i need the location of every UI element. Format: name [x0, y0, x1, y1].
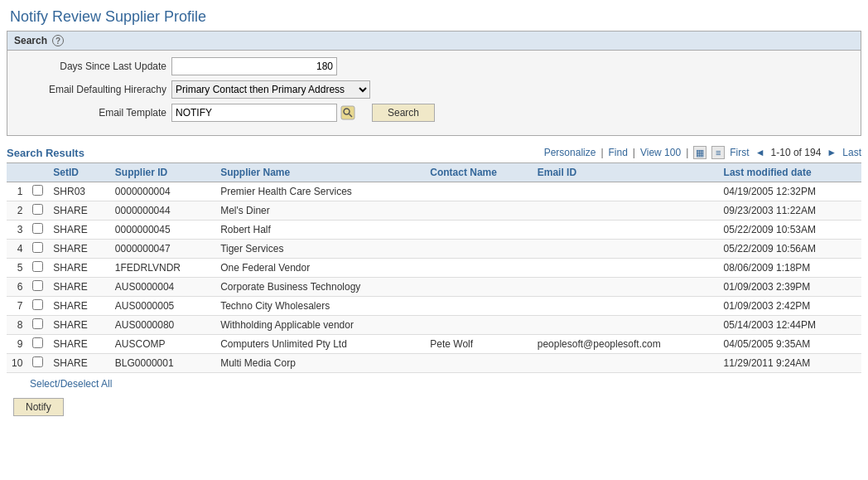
row-supplier-id: AUS0000005 [110, 297, 215, 316]
row-setid: SHARE [48, 221, 110, 240]
view-link[interactable]: View 100 [640, 147, 681, 158]
days-input[interactable] [171, 57, 337, 75]
row-supplier-name: One Federal Vendor [215, 259, 425, 278]
row-checkbox[interactable] [32, 261, 43, 272]
row-checkbox-cell [27, 316, 48, 335]
row-checkbox[interactable] [32, 223, 43, 234]
template-input[interactable] [171, 104, 337, 122]
next-arrow[interactable]: ► [826, 147, 837, 158]
row-supplier-id: 1FEDRLVNDR [110, 259, 215, 278]
row-checkbox[interactable] [32, 356, 43, 367]
row-setid: SHARE [48, 278, 110, 297]
row-checkbox-cell [27, 259, 48, 278]
lookup-icon[interactable] [340, 105, 355, 120]
row-email-id [533, 221, 719, 240]
row-checkbox[interactable] [32, 337, 43, 348]
search-panel-title: Search [14, 35, 47, 46]
row-num: 4 [7, 240, 27, 259]
row-setid: SHARE [48, 240, 110, 259]
table-icon[interactable]: ≡ [711, 146, 725, 159]
row-setid: SHR03 [48, 182, 110, 201]
last-link[interactable]: Last [842, 147, 861, 158]
find-link[interactable]: Find [609, 147, 628, 158]
svg-rect-0 [341, 106, 354, 119]
row-num: 7 [7, 297, 27, 316]
row-last-modified: 04/19/2005 12:32PM [719, 182, 861, 201]
row-last-modified: 09/23/2003 11:22AM [719, 201, 861, 221]
prev-arrow[interactable]: ◄ [755, 147, 766, 158]
row-setid: SHARE [48, 297, 110, 316]
row-checkbox[interactable] [32, 280, 43, 291]
row-last-modified: 05/22/2009 10:56AM [719, 240, 861, 259]
row-supplier-name: Mel's Diner [215, 201, 425, 221]
row-contact-name [425, 259, 532, 278]
first-link[interactable]: First [730, 147, 749, 158]
col-contact-name: Contact Name [425, 163, 532, 182]
search-panel-body: Days Since Last Update Email Defaulting … [7, 51, 861, 135]
email-hierarchy-select[interactable]: Primary Contact then Primary Address Pri… [171, 80, 370, 99]
row-checkbox[interactable] [32, 299, 43, 310]
row-num: 9 [7, 335, 27, 354]
notify-button[interactable]: Notify [13, 398, 64, 416]
row-supplier-id: AUSCOMP [110, 335, 215, 354]
page-title: Notify Review Supplier Profile [0, 0, 868, 31]
row-contact-name [425, 354, 532, 373]
row-contact-name [425, 240, 532, 259]
row-checkbox[interactable] [32, 185, 43, 196]
row-setid: SHARE [48, 201, 110, 221]
row-num: 3 [7, 221, 27, 240]
row-last-modified: 11/29/2011 9:24AM [719, 354, 861, 373]
row-last-modified: 04/05/2005 9:35AM [719, 335, 861, 354]
row-supplier-name: Robert Half [215, 221, 425, 240]
row-contact-name: Pete Wolf [425, 335, 532, 354]
row-num: 6 [7, 278, 27, 297]
col-last-modified: Last modified date [719, 163, 861, 182]
col-supplier-id: Supplier ID [110, 163, 215, 182]
col-setid: SetID [48, 163, 110, 182]
row-supplier-name: Corporate Business Technology [215, 278, 425, 297]
col-email-id: Email ID [533, 163, 719, 182]
search-panel: Search ? Days Since Last Update Email De… [7, 31, 861, 136]
row-email-id [533, 297, 719, 316]
row-supplier-name: Computers Unlimited Pty Ltd [215, 335, 425, 354]
table-row: 8 SHARE AUS0000080 Withholding Applicabl… [7, 316, 861, 335]
row-supplier-name: Multi Media Corp [215, 354, 425, 373]
row-checkbox-cell [27, 182, 48, 201]
row-checkbox[interactable] [32, 318, 43, 329]
row-supplier-id: 0000000045 [110, 221, 215, 240]
help-icon[interactable]: ? [52, 35, 64, 46]
row-checkbox[interactable] [32, 242, 43, 253]
col-num [7, 163, 27, 182]
table-row: 7 SHARE AUS0000005 Techno City Wholesale… [7, 297, 861, 316]
select-all-row: Select/Deselect All [7, 373, 861, 393]
select-deselect-all-link[interactable]: Select/Deselect All [30, 378, 112, 390]
row-checkbox-cell [27, 335, 48, 354]
results-section: Search Results Personalize | Find | View… [7, 143, 861, 421]
table-row: 6 SHARE AUS0000004 Corporate Business Te… [7, 278, 861, 297]
row-num: 2 [7, 201, 27, 221]
row-email-id: peoplesoft@peoplesoft.com [533, 335, 719, 354]
row-last-modified: 05/22/2009 10:53AM [719, 221, 861, 240]
results-table: SetID Supplier ID Supplier Name Contact … [7, 163, 861, 373]
row-checkbox-cell [27, 201, 48, 221]
row-checkbox[interactable] [32, 204, 43, 215]
row-checkbox-cell [27, 354, 48, 373]
row-setid: SHARE [48, 354, 110, 373]
row-setid: SHARE [48, 316, 110, 335]
email-hierarchy-label: Email Defaulting Hirerachy [17, 84, 166, 95]
row-num: 5 [7, 259, 27, 278]
table-row: 1 SHR03 0000000004 Premier Health Care S… [7, 182, 861, 201]
row-email-id [533, 316, 719, 335]
row-supplier-id: BLG0000001 [110, 354, 215, 373]
search-button[interactable]: Search [372, 104, 435, 122]
notify-button-row: Notify [7, 393, 861, 421]
row-num: 1 [7, 182, 27, 201]
row-setid: SHARE [48, 259, 110, 278]
personalize-link[interactable]: Personalize [544, 147, 596, 158]
row-checkbox-cell [27, 240, 48, 259]
row-contact-name [425, 201, 532, 221]
row-contact-name [425, 278, 532, 297]
row-last-modified: 01/09/2003 2:42PM [719, 297, 861, 316]
col-checkbox [27, 163, 48, 182]
grid-icon[interactable]: ▦ [693, 146, 706, 159]
